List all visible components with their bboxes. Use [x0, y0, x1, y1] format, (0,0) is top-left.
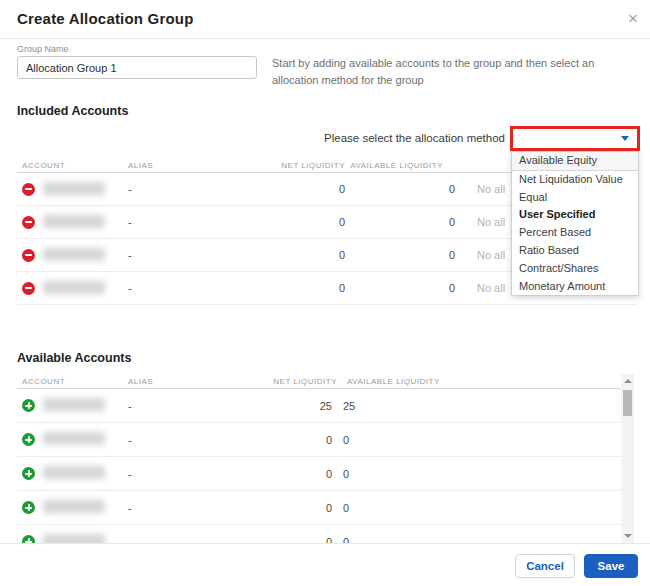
group-name-input[interactable]: [17, 56, 257, 79]
dropdown-option-available-equity[interactable]: Available Equity: [512, 152, 638, 171]
cell-alias: -: [128, 536, 228, 544]
cell-alias: -: [128, 216, 228, 228]
cell-alias: -: [128, 502, 228, 514]
allocation-method-select[interactable]: [510, 126, 640, 151]
helper-text: Start by adding available accounts to th…: [272, 55, 640, 89]
column-header-net-liquidity: NET LIQUIDITY: [228, 161, 345, 170]
cell-net-liquidity: 0: [228, 183, 345, 195]
allocation-method-label: Please select the allocation method: [300, 132, 505, 144]
dropdown-option-contract-shares[interactable]: Contract/Shares: [512, 260, 638, 278]
cell-net-liquidity: 0: [228, 216, 345, 228]
available-accounts-heading: Available Accounts: [17, 351, 131, 365]
cell-net-liquidity: 0: [228, 468, 337, 480]
account-id-redacted: [43, 215, 105, 228]
included-accounts-heading: Included Accounts: [17, 104, 128, 118]
cell-available-liquidity: 0: [345, 183, 455, 195]
available-account-row: - 0 0: [17, 525, 621, 543]
cell-alias: -: [128, 282, 228, 294]
column-header-alias: ALIAS: [128, 377, 228, 386]
scrollbar[interactable]: [621, 374, 634, 543]
dropdown-option-net-liquidation-value[interactable]: Net Liquidation Value: [512, 171, 638, 189]
allocation-method-dropdown: Available Equity Net Liquidation Value E…: [511, 151, 639, 296]
cell-alias: -: [128, 249, 228, 261]
chevron-down-icon: [621, 136, 629, 141]
account-id-redacted: [43, 398, 105, 411]
cell-net-liquidity: 0: [228, 434, 337, 446]
save-button[interactable]: Save: [584, 554, 638, 578]
dialog-title: Create Allocation Group: [17, 10, 194, 27]
dialog-header: Create Allocation Group ×: [0, 0, 650, 39]
cell-alias: -: [128, 468, 228, 480]
account-id-redacted: [43, 182, 105, 195]
cell-net-liquidity: 0: [228, 249, 345, 261]
add-account-icon[interactable]: [22, 501, 35, 514]
cell-available-liquidity: 0: [345, 216, 455, 228]
add-account-icon[interactable]: [22, 535, 35, 543]
account-id-redacted: [43, 281, 105, 294]
cell-alias: -: [128, 400, 228, 412]
dropdown-option-equal[interactable]: Equal: [512, 189, 638, 207]
scroll-down-icon[interactable]: [624, 534, 632, 538]
create-allocation-group-dialog: Create Allocation Group × Group Name Sta…: [0, 0, 650, 586]
dropdown-option-monetary-amount[interactable]: Monetary Amount: [512, 278, 638, 296]
available-account-row: - 0 0: [17, 457, 621, 491]
available-account-row: - 0 0: [17, 491, 621, 525]
cell-alias: -: [128, 183, 228, 195]
scrollbar-thumb[interactable]: [623, 390, 632, 416]
dropdown-option-percent-based[interactable]: Percent Based: [512, 224, 638, 242]
remove-account-icon[interactable]: [22, 216, 35, 229]
dropdown-option-ratio-based[interactable]: Ratio Based: [512, 242, 638, 260]
account-id-redacted: [43, 248, 105, 261]
available-table-header: ACCOUNT ALIAS NET LIQUIDITY AVAILABLE LI…: [17, 374, 621, 389]
remove-account-icon[interactable]: [22, 183, 35, 196]
cell-available-liquidity: 0: [337, 468, 621, 480]
dropdown-option-user-specified[interactable]: User Specified: [512, 206, 638, 224]
cell-net-liquidity: 0: [228, 282, 345, 294]
cell-available-liquidity: 0: [345, 282, 455, 294]
account-id-redacted: [43, 500, 105, 513]
cancel-button[interactable]: Cancel: [515, 554, 575, 578]
footer-divider: [0, 543, 650, 544]
cell-net-liquidity: 0: [228, 536, 337, 544]
cell-alias: -: [128, 434, 228, 446]
add-account-icon[interactable]: [22, 399, 35, 412]
remove-account-icon[interactable]: [22, 282, 35, 295]
column-header-available-liquidity: AVAILABLE LIQUIDITY: [345, 161, 455, 170]
remove-account-icon[interactable]: [22, 249, 35, 262]
available-account-row: - 25 25: [17, 389, 621, 423]
cell-available-liquidity: 0: [337, 536, 621, 544]
cell-net-liquidity: 25: [228, 400, 337, 412]
add-account-icon[interactable]: [22, 467, 35, 480]
add-account-icon[interactable]: [22, 433, 35, 446]
account-id-redacted: [43, 534, 105, 543]
column-header-account: ACCOUNT: [17, 377, 128, 386]
cell-available-liquidity: 0: [337, 502, 621, 514]
account-id-redacted: [43, 432, 105, 445]
cell-available-liquidity: 25: [337, 400, 621, 412]
scroll-up-icon[interactable]: [624, 379, 632, 383]
cell-net-liquidity: 0: [228, 502, 337, 514]
column-header-net-liquidity: NET LIQUIDITY: [228, 377, 337, 386]
cell-available-liquidity: 0: [345, 249, 455, 261]
column-header-available-liquidity: AVAILABLE LIQUIDITY: [337, 377, 621, 386]
close-icon[interactable]: ×: [628, 8, 638, 30]
group-name-label: Group Name: [17, 44, 69, 54]
cell-available-liquidity: 0: [337, 434, 621, 446]
column-header-alias: ALIAS: [128, 161, 228, 170]
available-accounts-table: ACCOUNT ALIAS NET LIQUIDITY AVAILABLE LI…: [17, 374, 621, 543]
column-header-account: ACCOUNT: [17, 161, 128, 170]
account-id-redacted: [43, 466, 105, 479]
available-account-row: - 0 0: [17, 423, 621, 457]
